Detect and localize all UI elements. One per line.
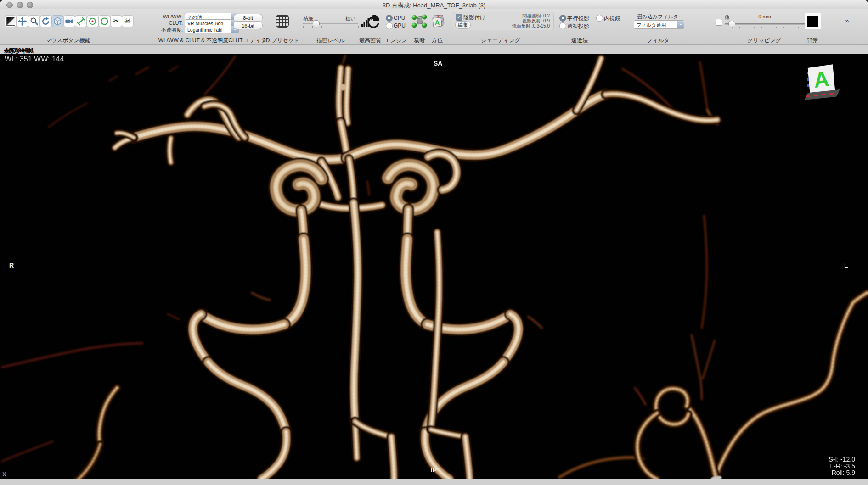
- engine-cpu-radio[interactable]: [386, 15, 393, 22]
- orientation-cube-redline: [806, 92, 838, 97]
- section-label-mouse-buttons: マウスボタン機能: [45, 37, 90, 45]
- clipping-ticks: [725, 27, 806, 28]
- shading-edit-button[interactable]: 編集: [455, 21, 471, 29]
- clipping-checkbox[interactable]: [716, 19, 722, 26]
- pan-move-tool[interactable]: [17, 15, 28, 27]
- 3d-preset-grid-icon[interactable]: [276, 15, 289, 28]
- projection-parallel-radio[interactable]: [559, 15, 566, 22]
- oval-roi-point-icon: [88, 17, 97, 26]
- wlww-contrast-tool[interactable]: [5, 15, 17, 27]
- render-level-fine-label: 精細: [303, 15, 313, 22]
- orientation-label-bottom: IP: [431, 466, 437, 474]
- engine-cpu-label: CPU: [394, 15, 405, 21]
- clipping-thin-label: 薄: [725, 14, 730, 21]
- scale-value: 0.899 %: [10, 47, 31, 54]
- clipping-slider[interactable]: [725, 23, 806, 25]
- background-color-swatch: [807, 16, 818, 27]
- projection-perspective-label: 透視投影: [567, 22, 589, 30]
- rotate-tool[interactable]: [40, 15, 52, 27]
- clipping-value: 0 mm: [749, 14, 781, 19]
- background-color-well[interactable]: [805, 13, 821, 29]
- section-label-background: 背景: [807, 37, 818, 45]
- rotation-si: S-I: -12.0: [829, 456, 855, 463]
- window-title: 3D 再構成: Head_MRA_TOF_3slab (3): [0, 1, 868, 10]
- rotate-3d-tool[interactable]: [51, 15, 63, 27]
- svg-text:A: A: [435, 19, 440, 26]
- volume-rendering: [0, 54, 868, 479]
- oval-roi-tool[interactable]: [98, 15, 110, 27]
- engine-gpu-label: GPU: [394, 22, 406, 29]
- section-label-3d-presets: 3D プリセット: [263, 37, 299, 45]
- projection-perspective-radio[interactable]: [559, 22, 566, 29]
- skull-icon: ☠: [124, 17, 131, 25]
- section-label-render-level: 描画レベル: [317, 37, 345, 45]
- shading-checkbox-label: 陰影付け: [463, 14, 485, 22]
- window-bottom-edge: [0, 479, 868, 485]
- projection-endoscope-label: 内視鏡: [604, 15, 620, 22]
- pan-move-icon: [18, 17, 27, 26]
- opacity-label: 不透明度:: [157, 27, 183, 33]
- convolution-filter-select[interactable]: フィルタ適用: [634, 20, 684, 29]
- rotate-3d-cube-icon: [53, 17, 62, 26]
- orientation-label-right: L: [844, 262, 848, 269]
- axis-label-x: X: [2, 471, 6, 478]
- orientation-label-left: R: [9, 262, 14, 269]
- svg-text:S: S: [437, 14, 439, 17]
- projection-parallel-label: 平行投影: [567, 15, 589, 22]
- clut-16bit-button[interactable]: 16-bit: [233, 22, 263, 29]
- status-bar: 表示サイズ: 1875 x 931 スケール: 0.899 %: [0, 45, 868, 55]
- render-level-slider[interactable]: [303, 23, 358, 24]
- crop-spheres-icon[interactable]: [411, 14, 428, 28]
- render-level-coarse-label: 粗い: [345, 15, 355, 22]
- orientation-label-top: SA: [434, 60, 442, 67]
- export-movie-tool[interactable]: [63, 15, 75, 27]
- chevron-down-icon: [677, 21, 684, 28]
- section-label-orientation: 方位: [432, 37, 443, 45]
- oval-roi-icon: [100, 17, 109, 26]
- rotate-icon: [41, 17, 50, 26]
- camera-icon: [65, 17, 73, 26]
- section-label-projection: 遠近法: [571, 37, 588, 45]
- oval-roi-point-tool[interactable]: [87, 15, 99, 27]
- orientation-cube[interactable]: A: [805, 61, 841, 102]
- length-measure-tool[interactable]: [75, 15, 87, 27]
- shading-specular-value: 鏡面反射 :0.3-15.0: [512, 23, 550, 29]
- bone-removal-tool[interactable]: ☠: [122, 15, 134, 27]
- section-label-crop: 裁断: [414, 37, 425, 45]
- orientation-dice-icon[interactable]: A S L: [430, 14, 445, 28]
- title-bar: 3D 再構成: Head_MRA_TOF_3slab (3): [0, 0, 868, 10]
- length-measure-icon: [77, 17, 85, 26]
- best-quality-icon[interactable]: [361, 14, 381, 28]
- scissors-icon: ✂: [113, 17, 119, 25]
- scissors-crop-tool[interactable]: ✂: [110, 15, 122, 27]
- shading-checkbox[interactable]: ✓: [456, 14, 462, 21]
- section-label-filter: フィルタ: [647, 37, 669, 45]
- orientation-cube-letter: A: [813, 68, 830, 91]
- opacity-select[interactable]: Logarithmic Tabl: [185, 26, 239, 33]
- wlww-label: WL/WW:: [160, 14, 183, 19]
- wlww-contrast-icon: [6, 17, 15, 26]
- convolution-filter-title: 畳み込みフィルタ:: [633, 13, 684, 20]
- osirix-3d-window: 3D 再構成: Head_MRA_TOF_3slab (3): [0, 0, 868, 485]
- section-label-wlww-clut: WL/WW & CLUT & 不透明度: [158, 37, 228, 45]
- projection-endoscope-radio[interactable]: [596, 15, 603, 22]
- clut-label: CLUT:: [160, 20, 183, 26]
- toolbar-overflow-button[interactable]: »: [845, 17, 848, 24]
- section-label-best-quality: 最高画質: [359, 37, 381, 45]
- clut-8bit-button[interactable]: 8-bit: [233, 14, 263, 22]
- render-view[interactable]: WL: 351 WW: 144 SA R L IP X S-I: -12.0 L…: [0, 54, 868, 479]
- section-label-clipping: クリッピング: [747, 37, 781, 45]
- render-level-ticks: [303, 26, 359, 28]
- rotation-lr: L-R: -3.5: [829, 463, 855, 470]
- zoom-icon: [30, 17, 39, 26]
- wl-ww-readout: WL: 351 WW: 144: [5, 55, 64, 63]
- rotation-roll: Roll: 5.9: [829, 469, 855, 476]
- rotation-readout: S-I: -12.0 L-R: -3.5 Roll: 5.9: [829, 456, 855, 476]
- engine-gpu-radio[interactable]: [386, 22, 393, 29]
- zoom-tool[interactable]: [28, 15, 40, 27]
- section-label-shading: シェーディング: [481, 37, 520, 45]
- section-label-engine: エンジン: [384, 37, 407, 45]
- toolbar: ✂ ☠ マウスボタン機能 WL/WW: その他 CLUT: VR Muscles…: [0, 9, 868, 45]
- section-label-clut-editor: CLUT エディタ: [228, 37, 267, 45]
